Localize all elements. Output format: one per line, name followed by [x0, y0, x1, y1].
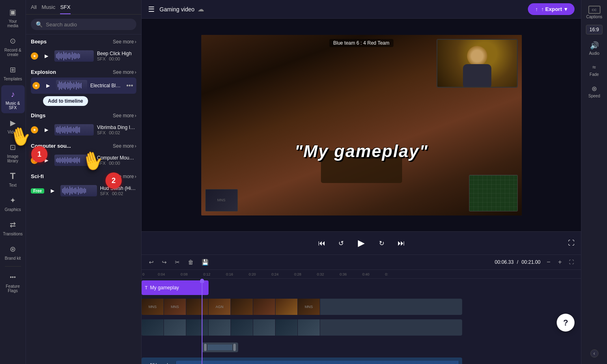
- captions-area: CC Captions: [583, 3, 606, 22]
- chevron-right-icon-3: ›: [135, 113, 136, 118]
- sfx-track[interactable]: [202, 342, 238, 352]
- your-media-icon: ▣: [7, 6, 19, 18]
- sidebar-item-record[interactable]: ⊙ Record & create: [1, 32, 25, 60]
- timeline-ruler: 0 0:04 0:08 0:12 0:16 0:20 0:24 0:28 0:3…: [142, 270, 581, 279]
- timeline-total-time: 00:21.00: [521, 259, 540, 265]
- music-track-icon: ♪: [145, 362, 147, 364]
- video-track-2[interactable]: [142, 319, 462, 336]
- video-thumbnail-strip: MNS: [205, 189, 238, 211]
- text-track-row: T My gameplay: [142, 279, 581, 297]
- dings-title: Dings: [31, 112, 45, 118]
- dings-see-more[interactable]: See more ›: [113, 113, 136, 118]
- music-track[interactable]: ♪ All hyped up: [142, 358, 462, 364]
- free-badge: Free: [31, 188, 44, 194]
- hamburger-button[interactable]: ☰: [148, 5, 155, 14]
- sidebar-item-feature-flags[interactable]: ••• Feature Flags: [1, 268, 25, 296]
- sidebar-divider: [5, 266, 21, 267]
- sidebar-item-music-sfx[interactable]: ♪ Music & SFX: [1, 85, 25, 113]
- export-dropdown-icon: ▾: [564, 6, 567, 12]
- premium-badge: ★: [31, 52, 38, 60]
- zoom-in-button[interactable]: +: [555, 257, 565, 267]
- explosion-title: Explosion: [31, 69, 56, 75]
- chevron-right-icon-5: ›: [135, 174, 136, 179]
- delete-button[interactable]: 🗑: [185, 257, 196, 267]
- forward-5-button[interactable]: ↻: [375, 237, 388, 250]
- captions-label: Captions: [586, 15, 602, 19]
- beeps-see-more[interactable]: See more ›: [113, 39, 136, 45]
- text-track-icon: T: [145, 285, 148, 290]
- text-icon: T: [7, 170, 19, 182]
- redo-button[interactable]: ↪: [159, 257, 169, 267]
- tab-music[interactable]: Music: [41, 4, 55, 14]
- main-area: ☰ Gaming video ☁ ↑ ↑ Export ▾ Blue team …: [142, 0, 581, 364]
- cut-button[interactable]: ✂: [172, 257, 182, 267]
- annotation-circle-1: 1: [31, 146, 47, 162]
- left-sidebar: ▣ Your media ⊙ Record & create ⊞ Templat…: [0, 0, 26, 364]
- sfx-handle-right: [233, 344, 236, 351]
- electrical-blast-item[interactable]: ★ ▶ Electrical Blast Distorti... ••• Add…: [31, 78, 136, 94]
- pip-person-video: [437, 40, 517, 87]
- chevron-right-icon-2: ›: [135, 69, 136, 75]
- explosion-waveform: [56, 80, 87, 91]
- video-preview: Blue team 6 : 4 Red Team "My gameplay" M…: [201, 35, 522, 215]
- graphics-icon: ✦: [7, 195, 19, 206]
- beep-play-button[interactable]: ▶: [41, 51, 51, 61]
- audio-tool[interactable]: 🔊 Audio: [583, 38, 606, 59]
- text-track-name: My gameplay: [150, 285, 179, 291]
- text-track[interactable]: T My gameplay: [142, 280, 209, 295]
- skip-back-button[interactable]: ⏮: [315, 237, 328, 250]
- speed-tool[interactable]: ⊛ Speed: [583, 82, 606, 101]
- beep-meta: Beep Click High SFX 00:00: [97, 51, 136, 61]
- audio-tool-icon: 🔊: [590, 41, 599, 50]
- project-name[interactable]: Gaming video: [159, 6, 194, 13]
- sidebar-item-transitions[interactable]: ⇄ Transitions: [1, 216, 25, 239]
- play-pause-button[interactable]: ▶: [354, 236, 369, 250]
- video-overlay-text: "My gameplay": [295, 142, 428, 161]
- replay-5-button[interactable]: ↺: [335, 237, 348, 250]
- dings-play-button[interactable]: ▶: [41, 125, 51, 135]
- collapse-right-button[interactable]: ‹: [590, 349, 598, 358]
- minimap: [469, 175, 518, 211]
- help-button[interactable]: ?: [557, 314, 575, 332]
- sidebar-item-graphics[interactable]: ✦ Graphics: [1, 192, 25, 215]
- zoom-out-button[interactable]: −: [544, 257, 553, 267]
- beeps-title: Beeps: [31, 39, 47, 45]
- zoom-controls: − + ⛶: [544, 257, 576, 267]
- vibrimba-ding-item[interactable]: ★ ▶ Vibrimba Ding Interface 5 SFX 00:02: [31, 121, 136, 139]
- beep-click-high-item[interactable]: ★ ▶ Beep Click High SFX 00:00: [31, 47, 136, 65]
- playhead-head: [200, 279, 204, 283]
- sidebar-item-text[interactable]: T Text: [1, 167, 25, 191]
- save-button[interactable]: 💾: [199, 257, 211, 267]
- hand-cursor-1: 🤚: [6, 123, 34, 149]
- sidebar-item-templates[interactable]: ⊞ Templates: [1, 61, 25, 84]
- add-to-timeline-button[interactable]: Add to timeline: [43, 96, 88, 106]
- sidebar-item-brand-kit[interactable]: ⊛ Brand kit: [1, 240, 25, 264]
- explosion-more-button[interactable]: •••: [125, 80, 135, 91]
- computer-sound-see-more[interactable]: See more ›: [113, 143, 136, 149]
- scifi-play-button[interactable]: ▶: [47, 186, 57, 196]
- tab-all[interactable]: All: [31, 4, 37, 14]
- pip-video: [437, 39, 518, 88]
- skip-forward-button[interactable]: ⏭: [395, 237, 408, 250]
- fade-tool[interactable]: ≈ Fade: [583, 60, 606, 80]
- video-track-1[interactable]: MNS MNS AGN MNS: [142, 299, 462, 315]
- tab-sfx[interactable]: SFX: [60, 4, 70, 14]
- speed-tool-icon: ⊛: [592, 85, 597, 93]
- fit-button[interactable]: ⛶: [566, 257, 576, 267]
- search-input[interactable]: [46, 22, 131, 28]
- aspect-ratio-selector[interactable]: 16:9: [586, 25, 603, 34]
- playhead: [202, 279, 202, 364]
- sidebar-item-your-media[interactable]: ▣ Your media: [1, 3, 25, 31]
- dings-section-header: Dings See more ›: [31, 108, 136, 121]
- templates-icon: ⊞: [7, 64, 19, 75]
- brand-kit-icon: ⊛: [7, 243, 19, 255]
- export-button[interactable]: ↑ ↑ Export ▾: [528, 3, 575, 15]
- fullscreen-button[interactable]: ⛶: [568, 239, 575, 247]
- captions-icon: CC: [588, 6, 601, 14]
- explosion-see-more[interactable]: See more ›: [113, 69, 136, 75]
- undo-button[interactable]: ↩: [146, 257, 156, 267]
- explosion-meta: Electrical Blast Distorti...: [90, 83, 122, 88]
- search-icon: 🔍: [36, 21, 43, 28]
- computer-sound-section-header: Computer sou... See more ›: [31, 139, 136, 151]
- explosion-play-button[interactable]: ▶: [43, 81, 53, 90]
